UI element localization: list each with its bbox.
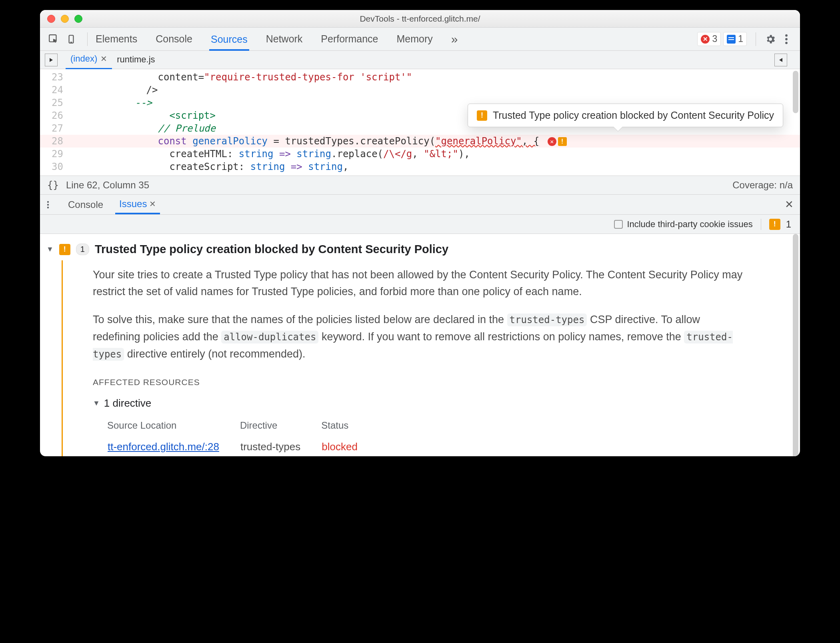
warning-icon[interactable]: ! (558, 137, 567, 146)
issue-indent-rule (62, 260, 63, 456)
panel-tabs: Elements Console Sources Network Perform… (94, 28, 459, 50)
messages-badge[interactable]: 1 (723, 32, 747, 46)
status-cell: blocked (321, 438, 378, 455)
issue-paragraph: Your site tries to create a Trusted Type… (93, 266, 746, 300)
svg-point-6 (47, 201, 49, 202)
line-number[interactable]: 26 (40, 109, 68, 122)
issue-title: Trusted Type policy creation blocked by … (95, 243, 448, 256)
table-row: tt-enforced.glitch.me/:28 trusted-types … (107, 438, 378, 455)
scrollbar-thumb[interactable] (793, 71, 798, 113)
tabs-overflow-button[interactable]: » (450, 28, 460, 50)
code-chip: allow-duplicates (221, 331, 318, 343)
error-count: 3 (712, 34, 717, 44)
line-number[interactable]: 30 (40, 160, 68, 173)
file-tab-label: (index) (70, 54, 97, 64)
checkbox-label: Include third-party cookie issues (627, 219, 752, 230)
checkbox-icon (614, 220, 623, 229)
coverage-status: Coverage: n/a (732, 180, 793, 191)
file-tab-bar: (index) ✕ runtime.js (40, 51, 800, 69)
code-text: createScript: string => string, (68, 160, 348, 173)
file-tab-label: runtime.js (117, 54, 155, 65)
device-icon[interactable] (63, 31, 79, 47)
svg-point-7 (47, 204, 49, 205)
error-icon: ✕ (701, 35, 710, 44)
directive-cell: trusted-types (240, 438, 320, 455)
issue-header[interactable]: ▼ ! 1 Trusted Type policy creation block… (46, 243, 794, 256)
separator (756, 32, 756, 46)
code-editor[interactable]: 23 content="require-trusted-types-for 's… (40, 69, 800, 176)
kebab-menu-icon[interactable] (778, 34, 794, 45)
svg-point-8 (47, 206, 49, 208)
code-text: createHTML: string => string.replace(/\<… (68, 148, 470, 160)
tab-elements[interactable]: Elements (94, 29, 139, 49)
code-line[interactable]: 30 createScript: string => string, (40, 160, 800, 173)
error-count-badge[interactable]: ✕ 3 (697, 32, 721, 46)
svg-point-3 (785, 34, 788, 36)
tab-performance[interactable]: Performance (319, 29, 380, 49)
line-number[interactable]: 25 (40, 96, 68, 109)
drawer-menu-icon[interactable] (46, 200, 58, 210)
third-party-cookies-checkbox[interactable]: Include third-party cookie issues (614, 219, 752, 230)
inspect-icon[interactable] (46, 31, 62, 47)
error-icon[interactable]: ✕ (548, 137, 556, 146)
warning-icon: ! (769, 219, 780, 230)
separator (761, 219, 761, 230)
warning-icon: ! (59, 244, 70, 255)
editor-status-bar: {} Line 62, Column 35 Coverage: n/a (40, 176, 800, 195)
issue-description: Your site tries to create a Trusted Type… (93, 266, 746, 456)
close-tab-icon[interactable]: ✕ (100, 54, 107, 64)
cursor-position: Line 62, Column 35 (66, 180, 149, 191)
issue-occurrence-count: 1 (76, 244, 89, 255)
titlebar: DevTools - tt-enforced.glitch.me/ (40, 10, 800, 28)
devtools-window: DevTools - tt-enforced.glitch.me/ Elemen… (40, 10, 800, 456)
tab-memory[interactable]: Memory (395, 29, 434, 49)
code-text: const generalPolicy = trustedTypes.creat… (68, 135, 567, 148)
disclosure-triangle-icon[interactable]: ▼ (93, 395, 100, 411)
drawer-tab-console[interactable]: Console (64, 196, 107, 214)
directive-summary-text: 1 directive (104, 395, 152, 411)
code-line[interactable]: 24 /> (40, 84, 800, 96)
line-number[interactable]: 27 (40, 122, 68, 135)
table-header: Status (321, 417, 378, 437)
code-text: /> (68, 84, 158, 96)
line-number[interactable]: 23 (40, 71, 68, 84)
tab-sources[interactable]: Sources (209, 28, 249, 51)
tab-console[interactable]: Console (154, 29, 194, 49)
code-line[interactable]: 23 content="require-trusted-types-for 's… (40, 71, 800, 84)
line-number[interactable]: 29 (40, 148, 68, 160)
navigator-toggle-icon[interactable] (45, 54, 58, 66)
debugger-toggle-icon[interactable] (774, 54, 787, 66)
directive-summary[interactable]: ▼ 1 directive (93, 395, 746, 411)
file-tab-runtime[interactable]: runtime.js (112, 51, 160, 69)
affected-resources-label: AFFECTED RESOURCES (93, 374, 746, 391)
source-location-link[interactable]: tt-enforced.glitch.me/:28 (108, 441, 219, 453)
drawer-tab-issues[interactable]: Issues ✕ (115, 195, 160, 214)
file-tab-index[interactable]: (index) ✕ (66, 50, 112, 70)
close-drawer-icon[interactable]: ✕ (785, 198, 794, 211)
line-number[interactable]: 24 (40, 84, 68, 96)
issue-tooltip: ! Trusted Type policy creation blocked b… (468, 104, 783, 127)
tooltip-text: Trusted Type policy creation blocked by … (493, 110, 774, 121)
line-number[interactable]: 28 (40, 135, 68, 148)
code-line[interactable]: 29 createHTML: string => string.replace(… (40, 148, 800, 160)
svg-point-4 (785, 38, 788, 40)
code-text: --> (68, 96, 152, 109)
window-title: DevTools - tt-enforced.glitch.me/ (40, 14, 800, 24)
settings-gear-icon[interactable] (762, 34, 778, 45)
tab-network[interactable]: Network (264, 29, 304, 49)
warning-icon: ! (477, 110, 487, 121)
pretty-print-icon[interactable]: {} (47, 180, 59, 191)
svg-point-5 (785, 42, 788, 44)
scrollbar-thumb[interactable] (793, 234, 798, 456)
disclosure-triangle-icon[interactable]: ▼ (46, 245, 54, 254)
code-text: // Prelude (68, 122, 216, 135)
table-header: Directive (240, 417, 320, 437)
code-text: <script> (68, 109, 216, 122)
drawer-tab-label: Issues (119, 198, 147, 210)
table-header: Source Location (107, 417, 239, 437)
code-chip: trusted-types (507, 314, 587, 326)
close-tab-icon[interactable]: ✕ (149, 199, 156, 209)
issue-count: 1 (786, 219, 791, 230)
issues-toolbar: Include third-party cookie issues ! 1 (40, 215, 800, 234)
code-line[interactable]: 28 const generalPolicy = trustedTypes.cr… (40, 135, 800, 148)
